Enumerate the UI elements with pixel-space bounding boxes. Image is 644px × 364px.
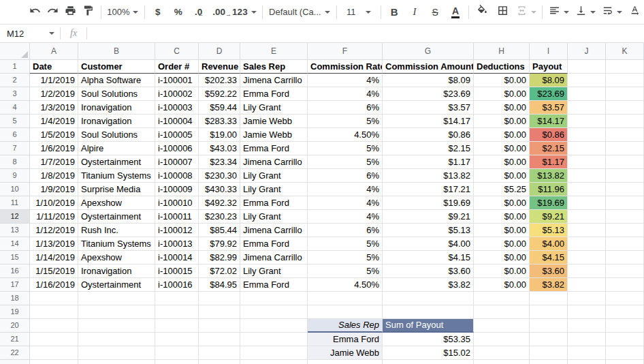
cell-I11[interactable]: $19.69 [530, 196, 568, 210]
cell-C17[interactable]: i-100016 [155, 278, 199, 292]
column-header-I[interactable]: I [530, 43, 568, 60]
cell-J12[interactable] [568, 210, 606, 224]
cell-C7[interactable]: i-100006 [155, 142, 199, 155]
row-header-16[interactable]: 16 [0, 264, 30, 278]
cell-E4[interactable]: Lily Grant [240, 101, 308, 115]
row-header-7[interactable]: 7 [0, 142, 30, 155]
cell-D9[interactable]: $230.30 [199, 169, 240, 183]
cell-A11[interactable]: 1/10/2019 [30, 196, 78, 210]
cell-D3[interactable]: $592.22 [199, 87, 240, 101]
cell-F22[interactable]: Jamie Webb [308, 346, 383, 360]
cell-A13[interactable]: 1/12/2019 [30, 224, 78, 237]
row-header-1[interactable]: 1 [0, 60, 30, 74]
cell-D16[interactable]: $72.02 [199, 264, 240, 278]
format-percent-button[interactable]: % [170, 3, 187, 21]
decrease-decimal-button[interactable]: .0← [190, 3, 208, 21]
cell-E7[interactable]: Emma Ford [240, 142, 308, 155]
cell-J14[interactable] [568, 237, 606, 251]
cell-I21[interactable] [530, 333, 568, 346]
column-header-K[interactable]: K [606, 43, 644, 60]
paint-format-button[interactable] [79, 3, 97, 21]
cell-H14[interactable]: $0.00 [474, 237, 530, 251]
cell-A17[interactable]: 1/16/2019 [30, 278, 78, 292]
cell-G4[interactable]: $3.57 [383, 101, 474, 115]
cell-C8[interactable]: i-100007 [155, 155, 199, 169]
cell-B12[interactable]: Oystertainment [78, 210, 155, 224]
cell-C5[interactable]: i-100004 [155, 115, 199, 128]
cell-A2[interactable]: 1/1/2019 [30, 74, 78, 87]
column-header-B[interactable]: B [78, 43, 155, 60]
cell-I15[interactable]: $4.15 [530, 251, 568, 264]
cell-J16[interactable] [568, 264, 606, 278]
cell-B14[interactable]: Titanium Systems [78, 237, 155, 251]
cell-D13[interactable]: $85.44 [199, 224, 240, 237]
cell-A6[interactable]: 1/5/2019 [30, 128, 78, 142]
cell-J11[interactable] [568, 196, 606, 210]
font-size-select[interactable]: 11 [341, 3, 376, 21]
cell-B19[interactable] [78, 305, 155, 319]
row-header-4[interactable]: 4 [0, 101, 30, 115]
cell-I6[interactable]: $0.86 [530, 128, 568, 142]
cell-A10[interactable]: 1/9/2019 [30, 183, 78, 196]
cell-J2[interactable] [568, 74, 606, 87]
cell-I4[interactable]: $3.57 [530, 101, 568, 115]
cell-B17[interactable]: Oystertainment [78, 278, 155, 292]
cell-B21[interactable] [78, 333, 155, 346]
cell-F1[interactable]: Commission Rate [308, 60, 383, 74]
cell-F6[interactable]: 4.50% [308, 128, 383, 142]
cell-F8[interactable]: 5% [308, 155, 383, 169]
cell-D6[interactable]: $19.00 [199, 128, 240, 142]
borders-button[interactable] [494, 3, 511, 21]
cell-F11[interactable]: 4% [308, 196, 383, 210]
cell-J18[interactable] [568, 292, 606, 305]
cell-C3[interactable]: i-100002 [155, 87, 199, 101]
cell-G15[interactable]: $4.15 [383, 251, 474, 264]
cell-H13[interactable]: $0.00 [474, 224, 530, 237]
font-family-select[interactable]: Default (Ca... [267, 3, 332, 21]
cell-B20[interactable] [78, 319, 155, 333]
zoom-select[interactable]: 100% [106, 3, 140, 21]
cell-K1[interactable] [606, 60, 644, 74]
cell-G2[interactable]: $8.09 [383, 74, 474, 87]
row-header-partial[interactable] [0, 360, 30, 364]
cell-G8[interactable]: $1.17 [383, 155, 474, 169]
formula-input[interactable] [87, 25, 644, 42]
cell-J13[interactable] [568, 224, 606, 237]
cell-B13[interactable]: Rush Inc. [78, 224, 155, 237]
cell-D17[interactable]: $84.95 [199, 278, 240, 292]
cell-F12[interactable]: 4% [308, 210, 383, 224]
cell-G18[interactable] [383, 292, 474, 305]
cell-H6[interactable]: $0.00 [474, 128, 530, 142]
cell-H9[interactable]: $0.00 [474, 169, 530, 183]
strikethrough-button[interactable]: S [426, 3, 444, 21]
cell-C22[interactable] [155, 346, 199, 360]
cell-F3[interactable]: 4% [308, 87, 383, 101]
cell-D1[interactable]: Revenue [199, 60, 240, 74]
cell-E5[interactable]: Jamie Webb [240, 115, 308, 128]
cell-J17[interactable] [568, 278, 606, 292]
cell-K13[interactable] [606, 224, 644, 237]
cell-A4[interactable]: 1/3/2019 [30, 101, 78, 115]
cell-F21[interactable]: Emma Ford [308, 333, 383, 346]
cell-A19[interactable] [30, 305, 78, 319]
cell-A22[interactable] [30, 346, 78, 360]
redo-button[interactable] [44, 3, 61, 21]
cell-K20[interactable] [606, 319, 644, 333]
text-wrap-button[interactable] [600, 3, 624, 21]
cell-G6[interactable]: $0.86 [383, 128, 474, 142]
cell-E6[interactable]: Jamie Webb [240, 128, 308, 142]
cell-H10[interactable]: $5.25 [474, 183, 530, 196]
cell-I12[interactable]: $9.21 [530, 210, 568, 224]
cell-B3[interactable]: Soul Solutions [78, 87, 155, 101]
row-header-12[interactable]: 12 [0, 210, 30, 224]
cell-A9[interactable]: 1/8/2019 [30, 169, 78, 183]
cell-J4[interactable] [568, 101, 606, 115]
cell-H17[interactable]: $0.00 [474, 278, 530, 292]
cell-H5[interactable]: $0.00 [474, 115, 530, 128]
cell-C14[interactable]: i-100013 [155, 237, 199, 251]
cell-I16[interactable]: $3.60 [530, 264, 568, 278]
cell-G19[interactable] [383, 305, 474, 319]
cell-E1[interactable]: Sales Rep [240, 60, 308, 74]
cell-G11[interactable]: $19.69 [383, 196, 474, 210]
row-header-9[interactable]: 9 [0, 169, 30, 183]
